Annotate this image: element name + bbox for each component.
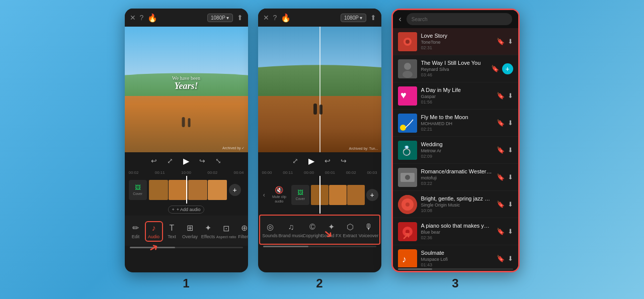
bookmark-icon-7[interactable]: 🔖 — [497, 201, 505, 208]
svg-text:♪: ♪ — [402, 254, 407, 264]
download-icon-6[interactable]: ⬇ — [508, 173, 513, 181]
play-button[interactable]: ▶ — [183, 156, 189, 166]
music-title-day-in-life: A Day in My Life — [421, 87, 493, 93]
thumb-romance — [398, 168, 417, 187]
toolbar-filters[interactable]: ⊕ Filters — [235, 223, 248, 239]
add-audio-plus: + — [172, 207, 174, 212]
phone2-redo-icon[interactable]: ↪ — [341, 157, 347, 165]
download-icon-9[interactable]: ⬇ — [508, 255, 513, 262]
phone2-quality-badge[interactable]: 1080P ▾ — [341, 14, 366, 22]
toolbar-edit[interactable]: ✏ Edit — [127, 223, 145, 239]
redo-icon[interactable]: ↪ — [199, 157, 205, 165]
music-title-soulmate: Soulmate — [421, 250, 493, 256]
music-duration-day-in-life: 01:56 — [421, 99, 493, 105]
music-item-piano-solo[interactable]: A piano solo that makes you cry Blue bea… — [393, 218, 518, 245]
toolbar-overlay[interactable]: ⊞ Overlay — [181, 223, 199, 239]
download-icon-1[interactable]: ⬇ — [508, 38, 513, 45]
music-title-bright: Bright, gentle, spring jazz piano — [421, 195, 493, 202]
quality-badge[interactable]: 1080P ▾ — [207, 14, 233, 22]
toolbar-copyright[interactable]: © Copyright — [303, 223, 321, 238]
tl-frame-1 — [149, 180, 168, 200]
thumb-day-in-life: ♥ — [398, 86, 417, 106]
music-actions-soulmate: 🔖 ⬇ — [497, 255, 513, 262]
phone2-time-2: 00:11 — [283, 170, 293, 175]
music-duration-love-story: 02:31 — [421, 45, 493, 50]
phone2-upload-icon[interactable]: ⬆ — [370, 14, 376, 22]
fullscreen-icon[interactable]: ⤡ — [215, 157, 221, 165]
download-icon-8[interactable]: ⬇ — [508, 228, 513, 235]
bookmark-icon-3[interactable]: 🔖 — [497, 92, 505, 99]
thumb-the-way — [398, 59, 417, 78]
phone3-scrollbar[interactable] — [398, 268, 513, 270]
main-container: ✕ ? 🔥 1080P ▾ ⬆ February 2024 CapCut — [115, 4, 530, 295]
music-info-wedding: Wedding Metrow Ar 02:09 — [421, 141, 493, 159]
phone2-scrollbar[interactable] — [263, 246, 376, 247]
mute-icon[interactable]: 🔇 — [275, 186, 283, 194]
download-icon-4[interactable]: ⬇ — [508, 119, 513, 127]
time-2: 00:11 — [155, 170, 165, 175]
download-icon-3[interactable]: ⬇ — [508, 92, 513, 99]
toolbar-text[interactable]: T Text — [163, 224, 181, 239]
music-item-day-in-life[interactable]: ♥ A Day in My Life Gaspar 01:56 🔖 ⬇ — [393, 82, 518, 110]
music-title-wedding: Wedding — [421, 141, 493, 147]
upload-icon[interactable]: ⬆ — [237, 14, 243, 22]
tl-strip — [149, 180, 227, 200]
music-item-the-way[interactable]: The Way I Still Love You Reynard Silva 0… — [393, 55, 518, 82]
add-clip-button[interactable]: + — [229, 184, 241, 196]
bookmark-icon-5[interactable]: 🔖 — [497, 146, 505, 154]
music-item-bright[interactable]: Bright, gentle, spring jazz piano Single… — [393, 191, 518, 218]
toolbar-voiceover[interactable]: 🎙 Voiceover — [359, 223, 378, 238]
toolbar-effects[interactable]: ✦ Effects — [199, 223, 217, 239]
toolbar-brand-music[interactable]: ♫ Brand music — [279, 223, 303, 238]
phone2-close-icon[interactable]: ✕ — [263, 14, 269, 22]
help-icon[interactable]: ? — [140, 14, 144, 22]
text-label: Text — [168, 234, 176, 239]
toolbar-audio[interactable]: ♪ Audio — [145, 221, 163, 242]
music-item-romance[interactable]: Romance/dramatic Western-sty motofuji 03… — [393, 164, 518, 191]
collapse-button[interactable]: ‹ — [261, 181, 267, 209]
music-title-love-story: Love Story — [421, 33, 493, 39]
time-5: 00:04 — [233, 170, 244, 175]
bookmark-icon-6[interactable]: 🔖 — [497, 173, 505, 181]
phone2-timeline: ‹ 🔇 Mute clip audio 🖼 Cover + — [258, 176, 381, 214]
undo-icon[interactable]: ↩ — [151, 157, 157, 165]
close-icon[interactable]: ✕ — [130, 14, 136, 22]
bookmark-icon-4[interactable]: 🔖 — [497, 119, 505, 127]
music-item-soulmate[interactable]: ♪ Soulmate Muspace Lofi 01:43 🔖 ⬇ — [393, 245, 518, 267]
phone2-scrollbar-thumb — [263, 246, 308, 247]
bookmark-icon-1[interactable]: 🔖 — [497, 38, 505, 45]
search-bar[interactable]: Search — [407, 13, 512, 25]
phone2-play-button[interactable]: ▶ — [308, 156, 314, 166]
time-4: 00:02 — [207, 170, 217, 175]
phone2-frame-3 — [347, 185, 365, 205]
download-icon-5[interactable]: ⬇ — [508, 146, 513, 154]
music-item-love-story[interactable]: Love Story ToneTone 02:31 🔖 ⬇ — [393, 28, 518, 55]
thumb-soulmate: ♪ — [398, 249, 417, 268]
add-audio-button[interactable]: + + Add audio — [168, 206, 204, 214]
back-icon[interactable]: ‹ — [399, 15, 401, 24]
cover-label: Cover — [133, 192, 142, 195]
bookmark-icon-2[interactable]: 🔖 — [491, 65, 499, 72]
download-icon-7[interactable]: ⬇ — [508, 201, 513, 208]
toolbar-aspect[interactable]: ⊡ Aspect ratio — [217, 224, 235, 239]
music-item-fly-moon[interactable]: Fly Me to the Moon MOHAMED DH 02:21 🔖 ⬇ — [393, 110, 518, 137]
toolbar-sounds[interactable]: ◎ Sounds — [261, 222, 279, 238]
toolbar-extract[interactable]: ⬡ Extract — [341, 222, 359, 238]
add-button-the-way[interactable]: + — [502, 63, 513, 74]
phone2-undo-icon[interactable]: ↩ — [325, 157, 331, 165]
edit-icon: ✏ — [132, 223, 139, 233]
phone2-expand-icon[interactable]: ⤢ — [292, 157, 298, 165]
phone2-help-icon[interactable]: ? — [273, 14, 277, 22]
phone2-topbar-left: ✕ ? 🔥 — [263, 13, 291, 23]
phone2-add-btn[interactable]: + — [366, 189, 378, 201]
collapse-icon: ‹ — [263, 191, 265, 198]
bookmark-icon-8[interactable]: 🔖 — [497, 228, 505, 235]
phone1-scrollbar[interactable] — [130, 247, 243, 248]
expand-icon[interactable]: ⤢ — [167, 157, 173, 165]
music-info-soulmate: Soulmate Muspace Lofi 01:43 — [421, 250, 493, 267]
music-actions-bright: 🔖 ⬇ — [497, 201, 513, 208]
bookmark-icon-9[interactable]: 🔖 — [497, 255, 505, 262]
phone2-playhead — [319, 176, 320, 214]
cover-icon: 🖼 — [135, 184, 141, 191]
music-item-wedding[interactable]: 💍 Wedding Metrow Ar 02:09 🔖 ⬇ — [393, 137, 518, 164]
